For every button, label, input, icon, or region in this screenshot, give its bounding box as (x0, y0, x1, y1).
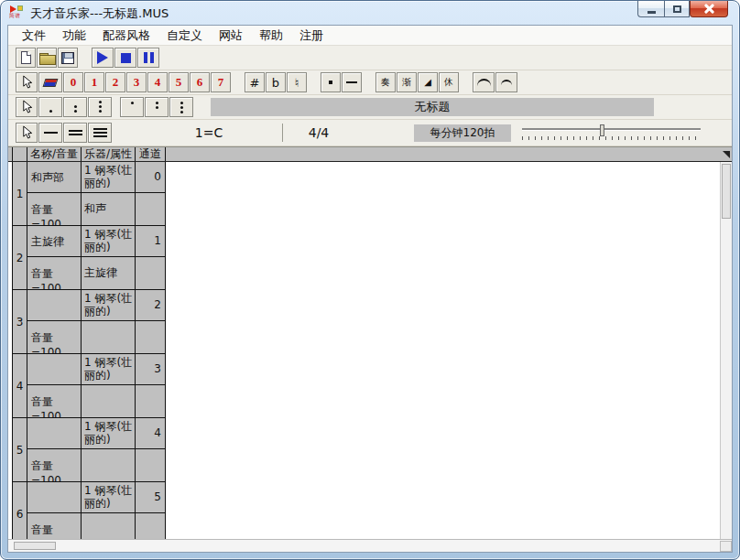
key-display[interactable]: 1=C (140, 125, 278, 140)
menu-item-file[interactable]: 文件 (14, 26, 54, 46)
track-volume-cell[interactable]: 音量=100 (27, 385, 82, 417)
track-instrument-cell[interactable]: 1 钢琴(壮丽的) (82, 354, 136, 384)
octave-up-2-button[interactable] (145, 97, 169, 117)
vertical-scrollbar-thumb[interactable] (722, 164, 731, 219)
resize-grip[interactable] (720, 541, 732, 552)
menu-item-register[interactable]: 注册 (291, 26, 332, 46)
crescendo-button[interactable]: ◢ (418, 72, 438, 92)
track-name-cell[interactable] (27, 290, 82, 320)
track-instrument-cell[interactable]: 1 钢琴(壮丽的) (82, 482, 136, 512)
octave-down-2-button[interactable] (63, 97, 87, 117)
dash-button[interactable] (342, 72, 362, 92)
score-edit-area[interactable]: 1 和声部 1 钢琴(壮丽的) 0 音量=100 和声 (8, 162, 732, 539)
eraser-button[interactable] (38, 72, 62, 92)
note-0-button[interactable]: 0 (63, 72, 83, 92)
close-button[interactable] (690, 1, 728, 17)
track-attribute-cell[interactable] (82, 513, 136, 539)
open-button[interactable] (37, 48, 57, 68)
select-tool-button-3[interactable] (16, 123, 38, 143)
tempo-display[interactable]: 每分钟120拍 (414, 124, 511, 142)
horizontal-scrollbar[interactable] (8, 539, 732, 552)
time-signature-display[interactable]: 4/4 (288, 125, 350, 140)
minimize-button[interactable] (637, 1, 664, 17)
expression-2-button[interactable]: 渐 (397, 72, 417, 92)
track-channel-cell[interactable]: 5 (136, 482, 166, 512)
track-volume-cell[interactable]: 音量=100 (27, 193, 82, 225)
track-attribute-cell[interactable] (82, 449, 136, 481)
octave-up-3-button[interactable] (169, 97, 193, 117)
titlebar[interactable]: 简谱 天才音乐家---无标题.MUS (1, 1, 739, 25)
track-instrument-cell[interactable]: 1 钢琴(壮丽的) (82, 290, 136, 320)
track-instrument-cell[interactable]: 1 钢琴(壮丽的) (82, 226, 136, 256)
track-channel-cell[interactable]: 1 (136, 226, 166, 256)
note-1-button[interactable]: 1 (84, 72, 104, 92)
menu-item-customize[interactable]: 自定义 (158, 26, 211, 46)
track-volume-cell[interactable]: 音量=100 (27, 321, 82, 353)
octave-down-3-button[interactable] (88, 97, 112, 117)
track-name-cell[interactable]: 和声部 (27, 162, 82, 192)
play-button[interactable] (92, 48, 114, 68)
track-instrument-cell[interactable]: 1 钢琴(壮丽的) (82, 162, 136, 192)
note-4-button[interactable]: 4 (147, 72, 168, 92)
duration-eighth-button[interactable] (38, 123, 62, 143)
note-5-button[interactable]: 5 (169, 72, 189, 92)
new-button[interactable] (16, 48, 36, 68)
expression-1-button[interactable]: 奏 (375, 72, 396, 92)
client-area: 文件 功能 配器风格 自定义 网站 帮助 注册 0 1 (7, 25, 733, 553)
track-channel-cell[interactable]: 0 (136, 162, 166, 192)
score-title: 无标题 (415, 99, 451, 115)
dash-icon (346, 81, 357, 83)
note-7-button[interactable]: 7 (211, 72, 231, 92)
track-attribute-cell[interactable]: 主旋律 (82, 257, 136, 289)
track-channel-cell[interactable]: 4 (136, 418, 166, 448)
slider-thumb[interactable] (600, 124, 604, 136)
maximize-button[interactable] (664, 1, 690, 17)
octave-down-1-button[interactable] (38, 97, 62, 117)
tempo-slider[interactable] (522, 124, 701, 142)
track-name-cell[interactable] (27, 482, 82, 512)
horizontal-scrollbar-thumb[interactable] (14, 542, 56, 550)
vertical-scrollbar[interactable] (720, 162, 732, 539)
track-instrument-cell[interactable]: 1 钢琴(壮丽的) (82, 418, 136, 448)
slur-arc-icon (501, 80, 512, 85)
note-2-button[interactable]: 2 (105, 72, 125, 92)
menu-item-functions[interactable]: 功能 (54, 26, 94, 46)
track-number: 4 (12, 354, 27, 417)
track-volume-cell[interactable]: 音量=100 (27, 449, 82, 481)
duration-sixteenth-button[interactable] (63, 123, 87, 143)
save-floppy-icon (61, 52, 74, 64)
note-3-button[interactable]: 3 (126, 72, 147, 92)
stop-button[interactable] (114, 48, 136, 68)
track-attribute-cell[interactable] (82, 321, 136, 353)
track-channel-cell[interactable]: 2 (136, 290, 166, 320)
select-tool-button[interactable] (16, 72, 38, 92)
track-attribute-cell[interactable] (82, 385, 136, 417)
menu-item-orchestration-style[interactable]: 配器风格 (94, 26, 158, 46)
select-tool-button-2[interactable] (16, 97, 38, 117)
save-button[interactable] (58, 48, 78, 68)
score-title-box[interactable]: 无标题 (211, 98, 654, 116)
app-window: 简谱 天才音乐家---无标题.MUS 文件 功能 配器风格 自定义 网站 帮助 … (0, 0, 740, 560)
track-name-cell[interactable]: 主旋律 (27, 226, 82, 256)
sharp-button[interactable]: # (245, 72, 265, 92)
track-volume-cell[interactable]: 音量=100 (27, 257, 82, 289)
track-attribute-cell[interactable]: 和声 (82, 193, 136, 225)
tie-button[interactable] (473, 72, 495, 92)
octave-up-1-button[interactable] (120, 97, 144, 117)
track-channel-cell[interactable]: 3 (136, 354, 166, 384)
track-name-cell[interactable] (27, 418, 82, 448)
track-table: 1 和声部 1 钢琴(壮丽的) 0 音量=100 和声 (12, 162, 166, 539)
track-name-cell[interactable] (27, 354, 82, 384)
expression-4-button[interactable]: 休 (439, 72, 459, 92)
natural-button[interactable]: ♮ (287, 72, 307, 92)
pause-button[interactable] (137, 48, 159, 68)
flat-button[interactable]: b (266, 72, 286, 92)
play-icon (97, 51, 108, 64)
staccato-dot-button[interactable] (321, 72, 341, 92)
track-volume-cell[interactable]: 音量=100 (27, 513, 82, 539)
menu-item-website[interactable]: 网站 (211, 26, 251, 46)
duration-thirtysecond-button[interactable] (88, 123, 112, 143)
slur-button[interactable] (495, 72, 517, 92)
menu-item-help[interactable]: 帮助 (251, 26, 291, 46)
note-6-button[interactable]: 6 (190, 72, 210, 92)
